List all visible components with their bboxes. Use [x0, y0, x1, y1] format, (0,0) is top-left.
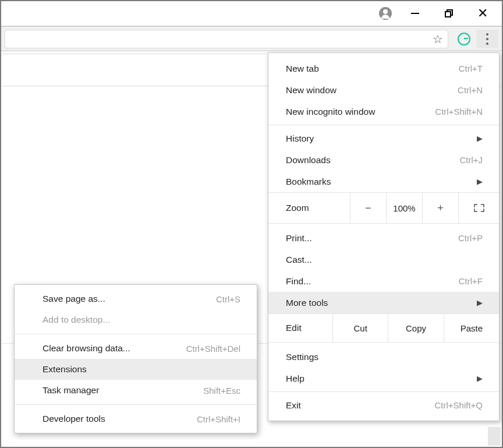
menu-shortcut: Ctrl+Shift+Del [186, 344, 240, 354]
menu-shortcut: Ctrl+F [459, 276, 483, 286]
menu-shortcut: Ctrl+T [459, 64, 483, 73]
close-window-button[interactable]: ✕ [466, 1, 500, 26]
menu-find[interactable]: Find... Ctrl+F [268, 270, 499, 292]
zoom-out-button[interactable]: − [350, 193, 386, 223]
maximize-button[interactable] [432, 1, 466, 26]
menu-exit[interactable]: Exit Ctrl+Shift+Q [268, 394, 499, 416]
menu-label: Save page as... [42, 294, 216, 304]
restore-icon [445, 9, 453, 17]
menu-label: New tab [286, 64, 459, 74]
submenu-save-page[interactable]: Save page as... Ctrl+S [15, 288, 257, 309]
submenu-extensions[interactable]: Extensions [15, 359, 257, 380]
fullscreen-button[interactable] [458, 193, 499, 223]
toolbar: ☆ [1, 27, 502, 51]
submenu-arrow-icon: ▶ [477, 134, 483, 143]
menu-label: Clear browsing data... [42, 343, 186, 354]
menu-separator [268, 391, 499, 392]
zoom-in-button[interactable]: + [422, 193, 458, 223]
window-titlebar: ✕ [1, 1, 502, 26]
grammarly-icon [458, 33, 470, 45]
plus-icon: + [437, 202, 444, 214]
menu-label: Settings [286, 352, 483, 362]
vertical-dots-icon [486, 33, 488, 45]
menu-print[interactable]: Print... Ctrl+P [268, 227, 499, 249]
user-icon [379, 7, 392, 20]
menu-label: Print... [286, 233, 458, 244]
menu-history[interactable]: History ▶ [268, 128, 499, 149]
menu-label: Downloads [286, 155, 459, 165]
menu-label: Bookmarks [286, 177, 477, 187]
menu-label: New incognito window [286, 107, 435, 117]
minus-icon: − [365, 202, 371, 214]
menu-shortcut: Ctrl+N [458, 85, 483, 95]
bookmark-star-icon[interactable]: ☆ [433, 32, 443, 46]
menu-cast[interactable]: Cast... [268, 249, 499, 270]
menu-shortcut: Ctrl+S [216, 294, 240, 304]
minimize-button[interactable] [398, 1, 432, 26]
minimize-icon [411, 13, 419, 14]
menu-label: History [286, 133, 477, 144]
menu-new-incognito[interactable]: New incognito window Ctrl+Shift+N [268, 101, 499, 122]
menu-label: Help [286, 373, 477, 384]
chrome-main-menu: New tab Ctrl+T New window Ctrl+N New inc… [268, 52, 500, 421]
submenu-arrow-icon: ▶ [477, 374, 483, 383]
submenu-add-to-desktop: Add to desktop... [15, 309, 257, 330]
menu-label: Task manager [42, 385, 203, 396]
menu-new-window[interactable]: New window Ctrl+N [268, 79, 499, 101]
zoom-label: Zoom [268, 203, 350, 213]
edit-copy-button[interactable]: Copy [388, 314, 443, 342]
edit-label: Edit [268, 323, 332, 333]
submenu-arrow-icon: ▶ [477, 177, 483, 186]
menu-downloads[interactable]: Downloads Ctrl+J [268, 149, 499, 171]
menu-label: Cast... [286, 255, 483, 265]
browser-window: ✕ ☆ New tab Ctrl+T New window Ctrl+N [0, 0, 503, 448]
chrome-menu-button[interactable] [476, 30, 498, 48]
zoom-value: 100% [386, 193, 422, 223]
menu-label: Add to desktop... [42, 315, 240, 325]
menu-shortcut: Ctrl+J [459, 155, 483, 165]
address-bar[interactable]: ☆ [5, 30, 448, 48]
profile-button[interactable] [373, 1, 398, 26]
menu-shortcut: Ctrl+Shift+Q [434, 400, 483, 410]
menu-label: Find... [286, 276, 459, 287]
menu-shortcut: Ctrl+Shift+N [435, 107, 483, 117]
menu-edit-row: Edit Cut Copy Paste [268, 313, 499, 343]
menu-separator [15, 334, 257, 334]
submenu-arrow-icon: ▶ [477, 298, 483, 307]
more-tools-submenu: Save page as... Ctrl+S Add to desktop...… [14, 284, 257, 433]
menu-shortcut: Ctrl+Shift+I [197, 414, 240, 424]
menu-shortcut: Ctrl+P [458, 233, 483, 243]
menu-separator [268, 125, 499, 125]
fullscreen-icon [474, 204, 484, 212]
menu-settings[interactable]: Settings [268, 346, 499, 368]
menu-more-tools[interactable]: More tools ▶ [268, 292, 499, 313]
submenu-clear-browsing-data[interactable]: Clear browsing data... Ctrl+Shift+Del [15, 338, 257, 359]
menu-shortcut: Shift+Esc [203, 386, 240, 396]
submenu-task-manager[interactable]: Task manager Shift+Esc [15, 380, 257, 401]
menu-label: Developer tools [42, 414, 197, 424]
menu-help[interactable]: Help ▶ [268, 368, 499, 389]
submenu-developer-tools[interactable]: Developer tools Ctrl+Shift+I [15, 408, 257, 429]
menu-label: More tools [286, 298, 477, 308]
menu-separator [15, 404, 257, 405]
menu-new-tab[interactable]: New tab Ctrl+T [268, 58, 499, 79]
menu-bookmarks[interactable]: Bookmarks ▶ [268, 171, 499, 192]
menu-label: Extensions [42, 364, 240, 375]
vertical-scrollbar[interactable] [488, 427, 501, 446]
menu-zoom-row: Zoom − 100% + [268, 192, 499, 224]
menu-label: Exit [286, 400, 434, 411]
close-icon: ✕ [477, 7, 488, 20]
edit-cut-button[interactable]: Cut [332, 314, 388, 342]
menu-label: New window [286, 85, 458, 96]
edit-paste-button[interactable]: Paste [444, 314, 499, 342]
extension-grammarly-button[interactable] [453, 30, 475, 48]
